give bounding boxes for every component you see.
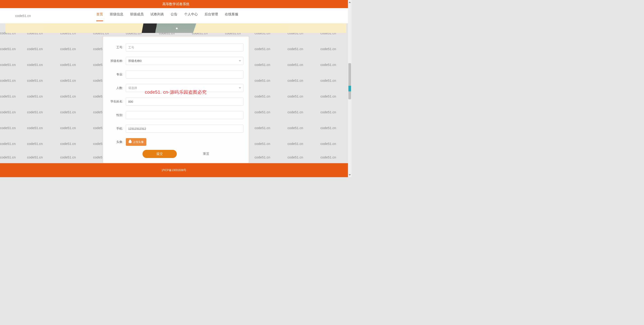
phone-input[interactable] [126, 125, 244, 133]
class-name-select[interactable]: 班级名称0 [126, 57, 244, 65]
cloud-upload-icon [128, 141, 132, 143]
system-title: 高等数学试卷系统 [162, 2, 190, 6]
major-input[interactable] [126, 70, 244, 79]
label-phone: 手机: [106, 127, 126, 131]
label-job-no: 工号: [106, 45, 126, 50]
hero-banner [6, 24, 346, 33]
label-count: 人数: [106, 86, 126, 90]
reset-button[interactable]: 重置 [203, 150, 209, 158]
nav-item-6[interactable]: 后台管理 [204, 10, 218, 21]
icp-text: 沪ICP备13031638号 [162, 169, 186, 172]
label-class-name: 班级名称: [106, 59, 126, 63]
class-name-selected: 班级名称0 [128, 59, 142, 63]
upload-avatar-label: 上传头像 [133, 140, 144, 144]
student-name-input[interactable] [126, 98, 244, 106]
nav-item-7[interactable]: 在线客服 [225, 10, 238, 21]
nav-item-2[interactable]: 班级成员 [130, 10, 144, 21]
label-gender: 性别: [106, 113, 126, 117]
scrollbar-marker [348, 86, 351, 91]
nav-item-3[interactable]: 试卷列表 [150, 10, 164, 21]
nav-item-5[interactable]: 个人中心 [184, 10, 198, 21]
footer: 沪ICP备13031638号 [0, 163, 348, 177]
count-selected: 请选择 [128, 86, 137, 90]
scrollbar-thumb[interactable] [348, 63, 351, 99]
gender-input[interactable] [126, 111, 244, 119]
nav-item-1[interactable]: 班级信息 [110, 10, 123, 21]
label-student-name: 学生姓名: [106, 100, 126, 104]
carousel-dot-icon[interactable] [176, 28, 178, 29]
scroll-down-icon[interactable] [348, 174, 351, 176]
vertical-scrollbar[interactable] [348, 0, 352, 177]
job-no-input[interactable] [126, 43, 244, 52]
chevron-down-icon [239, 87, 241, 89]
label-major: 专业: [106, 73, 126, 77]
count-select[interactable]: 请选择 [126, 84, 244, 92]
upload-avatar-button[interactable]: 上传头像 [126, 138, 146, 146]
hero-book-image [144, 24, 196, 33]
nav-item-4[interactable]: 公告 [171, 10, 178, 21]
label-avatar: 头像: [106, 140, 126, 144]
submit-button[interactable]: 提交 [142, 150, 177, 158]
scroll-up-icon[interactable] [348, 1, 351, 3]
form-card: 工号: 班级名称: 班级名称0 专业: 人数: [103, 36, 249, 163]
nav-bar: code51.cn 首页班级信息班级成员试卷列表公告个人中心后台管理在线客服 [0, 8, 352, 24]
nav-brand: code51.cn [15, 14, 31, 18]
nav-item-0[interactable]: 首页 [96, 10, 103, 21]
top-banner: 高等数学试卷系统 [0, 0, 352, 8]
chevron-down-icon [239, 60, 241, 62]
